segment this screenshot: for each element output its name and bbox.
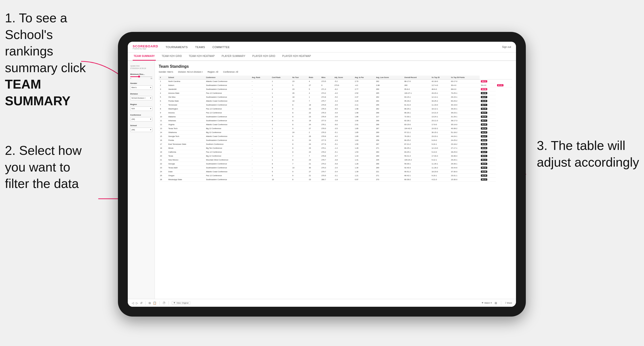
gender-section: Gender Men's ▾ bbox=[130, 82, 152, 90]
toolbar-paste-icon[interactable]: 📋 bbox=[153, 301, 156, 305]
col-avg-par: Avg. to Par bbox=[354, 76, 375, 79]
filter-region: Region: All bbox=[208, 71, 218, 73]
toolbar-separator-4 bbox=[501, 301, 501, 305]
col-rnds: Rnds bbox=[308, 76, 320, 79]
toolbar-clock-icon[interactable]: ⏱ bbox=[163, 301, 166, 305]
share-icon: ⤴ bbox=[505, 302, 506, 304]
instruction-step3: 3. The table will adjust accordingly bbox=[537, 137, 639, 171]
toolbar-right: 👁 Watch ▾ ⊞ ⤴ Share bbox=[482, 301, 512, 305]
toolbar-separator-1 bbox=[146, 301, 146, 305]
col-school: School bbox=[167, 76, 205, 79]
table-row: 21New MexicoMountain West Conference-182… bbox=[159, 158, 512, 162]
table-row: 7TennesseeSoutheastern Conference-481827… bbox=[159, 103, 512, 107]
table-row: 4Arizona StatePac-12 Conference-1264274.… bbox=[159, 91, 512, 95]
division-section: Division NCAA Division I ▾ bbox=[130, 93, 152, 100]
col-top25: Vs Top 25 bbox=[430, 76, 450, 79]
toolbar-copy-icon[interactable]: ⧉ bbox=[149, 301, 151, 305]
table-row: 15Georgia TechAtlantic Coast Conference-… bbox=[159, 135, 512, 138]
school-section: School (All) ▾ bbox=[130, 124, 152, 132]
tab-team-h2h-grid[interactable]: TEAM H2H GRID bbox=[161, 52, 183, 61]
table-row: 25OregonPac-12 Conference-5921279.5-3.11… bbox=[159, 174, 512, 178]
tab-team-h2h-heatmap[interactable]: TEAM H2H HEATMAP bbox=[188, 52, 216, 61]
rounds-slider[interactable]: 4 30 bbox=[130, 76, 152, 79]
division-select[interactable]: NCAA Division I ▾ bbox=[130, 96, 152, 100]
main-content: Update time: 27/03/2024 16:56:26 Minimum… bbox=[128, 61, 516, 299]
filter-gender: Gender: Men's bbox=[159, 71, 173, 73]
sign-out-button[interactable]: Sign out bbox=[502, 46, 511, 48]
table-row: 1North CarolinaAtlantic Coast Conference… bbox=[159, 79, 512, 83]
gender-select[interactable]: Men's ▾ bbox=[130, 85, 152, 90]
watch-dropdown-icon: ▾ bbox=[491, 302, 492, 304]
sidebar: Update time: 27/03/2024 16:56:26 Minimum… bbox=[128, 61, 155, 299]
col-wins: Wins bbox=[320, 76, 333, 79]
table-row: 22GeorgiaSoutheastern Conference-8721279… bbox=[159, 162, 512, 166]
table-row: 11ArkansasSoutheastern Conference-681927… bbox=[159, 119, 512, 123]
table-row: 20TexasBig 12 Conference-377278.8-0.71.4… bbox=[159, 154, 512, 158]
table-header-row: # School Conference Avg. Rank Conf Rank … bbox=[159, 76, 512, 79]
min-rounds-section: Minimum Rou... 4 30 bbox=[130, 73, 152, 79]
region-select[interactable]: N/A ▾ bbox=[130, 107, 152, 111]
toolbar-back-icon[interactable]: ◁ bbox=[132, 301, 134, 305]
table-row: 18IllinoisBig Ten Conference-1823279.1-1… bbox=[159, 146, 512, 150]
table-row: 17East Tennessee StateSouthern Conferenc… bbox=[159, 142, 512, 146]
sub-nav: TEAM SUMMARY TEAM H2H GRID TEAM H2H HEAT… bbox=[128, 52, 516, 61]
nav-tournaments[interactable]: TOURNAMENTS bbox=[166, 46, 188, 49]
region-section: Region N/A ▾ bbox=[130, 103, 152, 111]
share-button[interactable]: ⤴ Share bbox=[505, 302, 512, 304]
table-row: 3VanderbiltSoutheastern Conference-22352… bbox=[159, 87, 512, 91]
table-row: 10AlabamaSoutheastern Conference-5823276… bbox=[159, 115, 512, 119]
toolbar-separator-2 bbox=[160, 301, 160, 305]
logo-sub: Powered by clippi bbox=[133, 48, 158, 50]
filter-conference: Conference: All bbox=[223, 71, 238, 73]
instruction-step2: 2. Select how you want to filter the dat… bbox=[5, 142, 82, 192]
table-row: 8WashingtonPac-12 Conference-2823276.3-6… bbox=[159, 107, 512, 111]
table-row: 19CaliforniaPac-12 Conference-4824278.2-… bbox=[159, 150, 512, 154]
tab-player-h2h-heatmap[interactable]: PLAYER H2H HEATMAP bbox=[281, 52, 312, 61]
school-select[interactable]: (All) ▾ bbox=[130, 128, 152, 132]
table-row: 5Ole MissSoutheastern Conference-3181274… bbox=[159, 95, 512, 99]
eye-icon: 👁 bbox=[174, 302, 176, 304]
update-time: Update time: 27/03/2024 16:56:26 bbox=[130, 65, 152, 70]
col-top50pts: Vs Top 50 Points bbox=[450, 76, 480, 79]
table-row: 9ArizonaPac-12 Conference-3822276.3-4.61… bbox=[159, 111, 512, 115]
table-row: 12VirginiaAtlantic Coast Conference-3824… bbox=[159, 123, 512, 127]
step1-bold: TEAM SUMMARY bbox=[5, 77, 70, 108]
table-filters: Gender: Men's Division: NCAA Division I … bbox=[159, 71, 512, 73]
col-no-tour: No Tour bbox=[291, 76, 308, 79]
nav-committee[interactable]: COMMITTEE bbox=[212, 46, 230, 49]
conference-select[interactable]: (All) ▾ bbox=[130, 117, 152, 122]
col-rank: # bbox=[159, 76, 167, 79]
conference-section: Conference (All) ▾ bbox=[130, 114, 152, 122]
tab-player-h2h-grid[interactable]: PLAYER H2H GRID bbox=[251, 52, 276, 61]
watch-button[interactable]: 👁 Watch ▾ bbox=[482, 302, 492, 304]
top-nav: SCOREBOARD Powered by clippi TOURNAMENTS… bbox=[128, 42, 516, 52]
logo-scoreboard: SCOREBOARD bbox=[133, 45, 158, 48]
filter-division: Division: NCAA Division I bbox=[178, 71, 203, 73]
standings-table: # School Conference Avg. Rank Conf Rank … bbox=[159, 76, 512, 181]
table-row: 2AuburnSoutheastern Conference-19276273.… bbox=[159, 83, 512, 87]
tab-player-summary[interactable]: PLAYER SUMMARY bbox=[221, 52, 246, 61]
col-avg-rank: Avg. Rank bbox=[250, 76, 270, 79]
toolbar-refresh-icon[interactable]: ↺ bbox=[140, 301, 142, 305]
table-title: Team Standings bbox=[159, 64, 512, 69]
tab-team-summary[interactable]: TEAM SUMMARY bbox=[133, 52, 156, 61]
col-adj-score: Adj. Score bbox=[333, 76, 354, 79]
toolbar-forward-icon[interactable]: ▷ bbox=[136, 301, 138, 305]
col-conference: Conference bbox=[205, 76, 250, 79]
col-avg-low: Avg. Low Score bbox=[375, 76, 403, 79]
table-area: Team Standings Gender: Men's Division: N… bbox=[155, 61, 516, 299]
view-original-button[interactable]: 👁 View: Original bbox=[172, 301, 190, 305]
table-row: 24DukeAtlantic Coast Conference-5927279.… bbox=[159, 170, 512, 174]
logo-area: SCOREBOARD Powered by clippi bbox=[133, 45, 158, 50]
tablet-frame: SCOREBOARD Powered by clippi TOURNAMENTS… bbox=[118, 32, 526, 317]
bottom-toolbar: ◁ ▷ ↺ ⧉ 📋 ⏱ 👁 View: Original 👁 Watch ▾ ⊞ bbox=[128, 299, 516, 307]
nav-teams[interactable]: TEAMS bbox=[195, 46, 205, 49]
col-overall: Overall Record bbox=[403, 76, 430, 79]
table-row: 6Florida StateAtlantic Coast Conference-… bbox=[159, 99, 512, 103]
table-row: 16FloridaSoutheastern Conference-7924277… bbox=[159, 138, 512, 142]
table-row: 23Texas A&MSoutheastern Conference-91030… bbox=[159, 166, 512, 170]
col-conf-rank: Conf Rank bbox=[270, 76, 291, 79]
toolbar-grid-icon[interactable]: ⊞ bbox=[494, 301, 497, 305]
table-row: 13Texas TechBig 12 Conference-1927276.0-… bbox=[159, 127, 512, 131]
toolbar-separator-3 bbox=[168, 301, 169, 305]
